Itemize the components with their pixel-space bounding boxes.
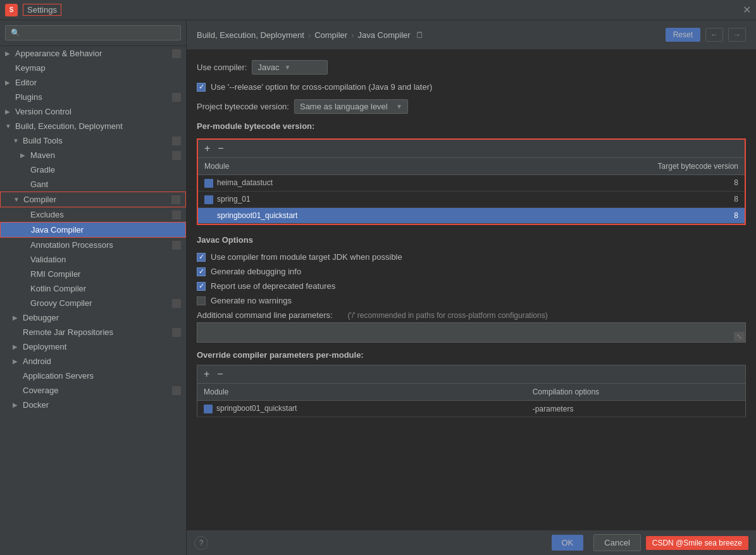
cancel-button[interactable]: Cancel bbox=[593, 534, 640, 551]
cmd-input-field[interactable] bbox=[197, 322, 746, 343]
breadcrumb: Build, Execution, Deployment › Compiler … bbox=[197, 30, 666, 40]
use-compiler-row: Use compiler: Javac ▼ bbox=[197, 60, 746, 75]
option-checkbox[interactable] bbox=[197, 296, 206, 305]
ok-button[interactable]: OK bbox=[552, 535, 584, 551]
sidebar-item-excludes[interactable]: Excludes bbox=[0, 207, 186, 222]
settings-icon bbox=[172, 49, 181, 58]
forward-button[interactable]: → bbox=[728, 28, 746, 42]
sidebar-item-label: Coverage bbox=[23, 386, 58, 395]
sidebar-item-label: Build Tools bbox=[23, 136, 63, 145]
javac-options-title: Javac Options bbox=[197, 235, 746, 245]
sidebar-item-deployment[interactable]: ▶ Deployment bbox=[0, 339, 186, 354]
override-table-row[interactable]: springboot01_quickstart -parameters bbox=[197, 401, 746, 417]
select-arrow: ▼ bbox=[284, 64, 290, 71]
cmd-expand-button[interactable]: ⤡ bbox=[734, 332, 745, 341]
sidebar-item-label: Docker bbox=[23, 400, 49, 410]
compiler-select[interactable]: Javac ▼ bbox=[252, 60, 328, 75]
sidebar-item-maven[interactable]: ▶ Maven bbox=[0, 148, 186, 162]
cmd-input-container: ⤡ bbox=[197, 322, 746, 343]
reset-button[interactable]: Reset bbox=[666, 28, 700, 42]
sidebar-item-label: RMI Compiler bbox=[30, 269, 80, 279]
breadcrumb-sep-2: › bbox=[351, 30, 354, 40]
override-remove-button[interactable]: − bbox=[214, 368, 225, 381]
table-row[interactable]: heima_datastuct 8 bbox=[198, 175, 745, 192]
per-module-title: Per-module bytecode version: bbox=[197, 121, 746, 131]
sidebar-item-android[interactable]: ▶ Android bbox=[0, 354, 186, 369]
table-row[interactable]: springboot01_quickstart 8 bbox=[198, 207, 745, 224]
remote-icon bbox=[172, 328, 181, 337]
module-name: heima_datastuct bbox=[198, 175, 526, 192]
sidebar-item-build-execution[interactable]: ▼ Build, Execution, Deployment bbox=[0, 119, 186, 133]
sidebar-item-label: Appearance & Behavior bbox=[15, 49, 102, 58]
sidebar-item-label: Gant bbox=[30, 180, 48, 189]
search-input[interactable] bbox=[5, 25, 181, 40]
sidebar-item-annotation-processors[interactable]: Annotation Processors bbox=[0, 238, 186, 252]
sidebar-item-appearance[interactable]: ▶ Appearance & Behavior bbox=[0, 46, 186, 61]
sidebar-item-groovy-compiler[interactable]: Groovy Compiler bbox=[0, 296, 186, 310]
sidebar-item-keymap[interactable]: Keymap bbox=[0, 61, 186, 75]
sidebar-item-remote-jar[interactable]: Remote Jar Repositories bbox=[0, 325, 186, 339]
expand-arrow: ▶ bbox=[13, 314, 22, 321]
sidebar-item-build-tools[interactable]: ▼ Build Tools bbox=[0, 133, 186, 148]
help-button[interactable]: ? bbox=[194, 536, 208, 550]
override-add-button[interactable]: + bbox=[201, 368, 212, 381]
option-checkbox[interactable]: ✓ bbox=[197, 253, 206, 262]
sidebar-item-label: Annotation Processors bbox=[30, 240, 113, 250]
back-button[interactable]: ← bbox=[705, 28, 723, 42]
expand-arrow: ▶ bbox=[13, 343, 22, 350]
content-body: Use compiler: Javac ▼ ✓ Use '--release' … bbox=[187, 50, 756, 530]
checkmark: ✓ bbox=[199, 253, 204, 261]
sidebar-item-docker[interactable]: ▶ Docker bbox=[0, 398, 186, 412]
add-module-button[interactable]: + bbox=[202, 142, 213, 155]
option-label: Generate debugging info bbox=[211, 267, 301, 276]
checkmark: ✓ bbox=[199, 267, 204, 276]
table-row[interactable]: spring_01 8 bbox=[198, 191, 745, 207]
cross-compile-row: ✓ Use '--release' option for cross-compi… bbox=[197, 82, 746, 92]
sidebar-item-version-control[interactable]: ▶ Version Control bbox=[0, 104, 186, 119]
compiler-value: Javac bbox=[257, 63, 279, 72]
option-checkbox[interactable]: ✓ bbox=[197, 267, 206, 276]
sidebar-item-validation[interactable]: Validation bbox=[0, 252, 186, 267]
sidebar-item-java-compiler[interactable]: Java Compiler bbox=[0, 222, 186, 238]
expand-arrow: ▶ bbox=[5, 108, 14, 115]
cross-compile-checkbox[interactable]: ✓ bbox=[197, 83, 206, 92]
sidebar-item-editor[interactable]: ▶ Editor bbox=[0, 75, 186, 90]
search-box bbox=[0, 20, 186, 46]
note-icon: 🗒 bbox=[416, 30, 424, 40]
option-checkbox[interactable]: ✓ bbox=[197, 282, 206, 291]
csdn-badge: CSDN @Smile sea breeze bbox=[646, 536, 748, 550]
sidebar-item-gant[interactable]: Gant bbox=[0, 177, 186, 192]
sidebar-item-label: Deployment bbox=[23, 342, 66, 351]
sidebar-item-compiler[interactable]: ▼ Compiler bbox=[0, 192, 186, 207]
sidebar-item-label: Excludes bbox=[30, 210, 64, 219]
sidebar-item-kotlin-compiler[interactable]: Kotlin Compiler bbox=[0, 281, 186, 296]
bottom-bar: ? OK Cancel CSDN @Smile sea breeze bbox=[187, 530, 756, 555]
options-container: ✓ Use compiler from module target JDK wh… bbox=[197, 252, 746, 305]
sidebar-item-coverage[interactable]: Coverage bbox=[0, 383, 186, 398]
sidebar-item-gradle[interactable]: Gradle bbox=[0, 162, 186, 177]
breadcrumb-sep-1: › bbox=[308, 30, 311, 40]
sidebar-item-label: Validation bbox=[30, 255, 66, 264]
close-button[interactable]: ✕ bbox=[743, 4, 751, 16]
expand-arrow: ▶ bbox=[5, 79, 14, 86]
sidebar-item-label: Maven bbox=[30, 150, 55, 160]
use-compiler-label: Use compiler: bbox=[197, 63, 247, 72]
additional-cmd-note: ('/' recommended in paths for cross-plat… bbox=[348, 311, 548, 320]
sidebar-item-rmi-compiler[interactable]: RMI Compiler bbox=[0, 267, 186, 281]
sidebar-item-plugins[interactable]: Plugins bbox=[0, 90, 186, 104]
sidebar-item-app-servers[interactable]: Application Servers bbox=[0, 369, 186, 383]
module-name: springboot01_quickstart bbox=[198, 207, 526, 224]
sidebar-item-label: Version Control bbox=[15, 107, 71, 116]
override-compile-header: Compilation options bbox=[526, 384, 746, 401]
groovy-icon bbox=[172, 299, 181, 308]
sidebar-item-debugger[interactable]: ▶ Debugger bbox=[0, 310, 186, 325]
option-row: Generate no warnings bbox=[197, 296, 746, 305]
sidebar: ▶ Appearance & Behavior Keymap ▶ Editor … bbox=[0, 20, 187, 555]
build-icon bbox=[172, 137, 181, 145]
expand-arrow: ▶ bbox=[13, 358, 22, 365]
sidebar-item-label: Compiler bbox=[23, 195, 56, 204]
remove-module-button[interactable]: − bbox=[215, 142, 226, 155]
bytecode-version-select[interactable]: Same as language level ▼ bbox=[294, 99, 408, 114]
override-module-name: springboot01_quickstart bbox=[197, 401, 526, 417]
option-row: ✓ Generate debugging info bbox=[197, 267, 746, 276]
